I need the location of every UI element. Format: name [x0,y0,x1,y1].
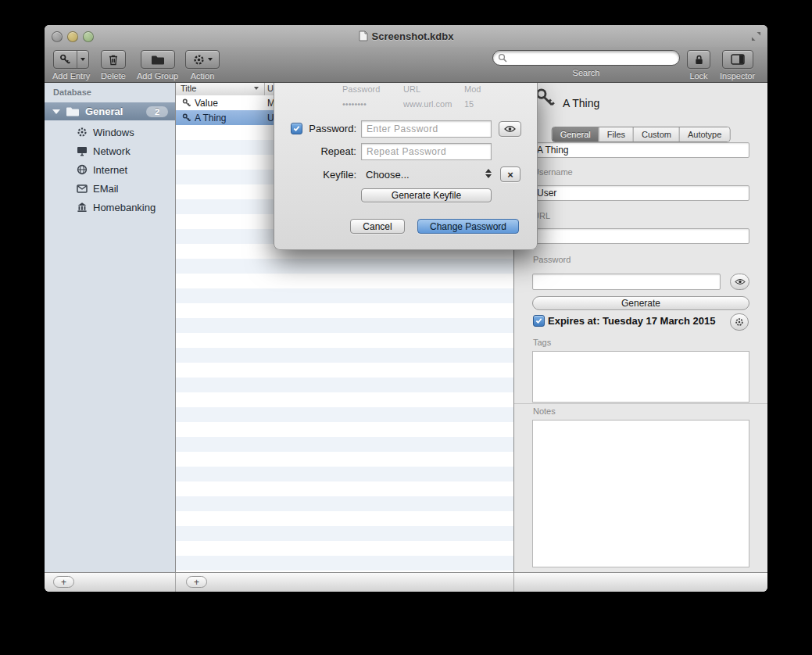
url-field[interactable] [532,228,749,244]
expires-checkbox[interactable] [533,315,545,327]
inspector-panel-icon [731,54,745,65]
column-divider[interactable] [264,82,265,95]
entry-title: Value [195,98,262,109]
key-icon [182,98,191,108]
change-password-sheet: Password URL Mod •••••••• www.url.com 15… [274,82,538,250]
inspector-button[interactable] [722,50,753,69]
add-group-label: Add Group [137,71,178,81]
username-label: Username [533,167,573,177]
gear-icon [193,54,205,66]
repeat-password-input[interactable] [361,143,492,160]
fullscreen-icon[interactable] [751,30,761,45]
dimmed-column-password: Password [342,84,380,94]
lock-button[interactable] [687,50,710,69]
lock-label: Lock [689,71,707,81]
folder-icon [66,106,80,116]
sidebar-item-homebanking[interactable]: Homebanking [45,198,175,217]
sidebar-item-label: Homebanking [93,202,156,213]
username-field[interactable] [532,185,749,201]
notes-label: Notes [533,406,556,416]
tab-autotype[interactable]: Autotype [679,127,729,141]
lock-group: Lock [687,50,710,81]
tab-files[interactable]: Files [599,127,633,141]
inspector-group: Inspector [720,50,755,81]
sidebar-item-network[interactable]: Network [45,141,175,160]
tags-field[interactable] [532,351,749,403]
change-password-button[interactable]: Change Password [417,219,519,234]
key-icon [535,87,556,113]
bottom-bar-divider [175,573,176,592]
inspector-entry-title: A Thing [563,97,599,109]
generate-keyfile-button[interactable]: Generate Keyfile [361,188,492,202]
sort-descending-icon [254,87,259,90]
password-field[interactable] [532,274,721,290]
title-field[interactable] [532,142,749,158]
bank-icon [76,202,88,213]
expires-label: Expires at: Tuesday 17 March 2015 [548,315,715,327]
lock-icon [694,54,704,66]
inspector-tabs: General Files Custom Autotype [552,127,731,142]
key-icon [182,113,191,123]
search-input[interactable] [510,52,674,64]
add-entry-plus-button[interactable]: + [186,576,207,588]
show-password-button[interactable] [730,274,749,290]
eye-icon [735,278,746,285]
monitor-icon [76,145,88,156]
new-password-input[interactable] [361,120,492,138]
window-title: Screenshot.kdbx [372,30,454,42]
reveal-password-button[interactable] [499,121,521,137]
gear-icon [735,317,744,327]
document-icon [359,30,368,41]
dimmed-column-url: URL [403,84,420,94]
sheet-repeat-label: Repeat: [278,145,356,157]
add-entry-dropdown[interactable] [77,51,89,68]
action-button[interactable] [185,50,220,69]
cancel-button[interactable]: Cancel [350,219,405,234]
sidebar-group-label: General [85,106,123,117]
sidebar-header: Database [53,88,91,97]
notes-field[interactable] [532,420,749,567]
bottom-bar: + + [45,572,767,592]
search-icon [498,53,507,63]
expires-settings-button[interactable] [730,313,749,331]
add-group-button[interactable] [141,50,175,69]
action-dropdown-caret [208,58,213,61]
disclosure-triangle-icon[interactable] [52,109,60,114]
sidebar-item-email[interactable]: EMail [45,179,175,198]
keyfile-popup[interactable]: Choose... [366,169,410,181]
add-group-group: Add Group [137,50,178,81]
delete-group: Delete [101,50,126,81]
add-entry-button[interactable] [53,50,89,69]
titlebar: Screenshot.kdbx [45,25,767,47]
inspector-divider [514,403,767,404]
group-count-badge: 2 [146,106,168,117]
delete-button[interactable] [101,50,126,69]
trash-icon [108,54,119,66]
dimmed-cell-url: www.url.com [403,99,452,109]
search-field[interactable] [492,50,680,66]
clear-keyfile-button[interactable]: × [500,166,520,182]
tab-custom[interactable]: Custom [633,127,679,141]
add-entry-group: Add Entry [52,50,90,81]
sidebar-item-label: EMail [93,183,119,195]
column-header-title[interactable]: Title [181,84,196,93]
add-group-plus-button[interactable]: + [53,576,74,588]
action-group: Action [185,50,220,81]
sidebar-item-label: Network [93,145,131,157]
search-label: Search [573,68,600,77]
password-label: Password [533,255,571,264]
sidebar-item-windows[interactable]: Windows [45,123,175,141]
sidebar-item-internet[interactable]: Internet [45,160,175,179]
popup-stepper-icon[interactable] [485,169,492,178]
dimmed-cell-password: •••••••• [342,99,367,109]
delete-label: Delete [101,71,126,81]
bottom-bar-divider [513,573,514,592]
generate-password-button[interactable]: Generate [532,296,749,310]
desktop-background: Screenshot.kdbx Add Entry [0,0,812,655]
tab-general[interactable]: General [553,127,599,141]
mail-icon [76,184,88,193]
sidebar-group-general[interactable]: General 2 [45,102,175,120]
app-window: Screenshot.kdbx Add Entry [45,25,767,592]
toolbar: Add Entry Delete Add Group [45,47,767,83]
inspector-panel: A Thing General Files Custom Autotype Us… [514,82,767,572]
